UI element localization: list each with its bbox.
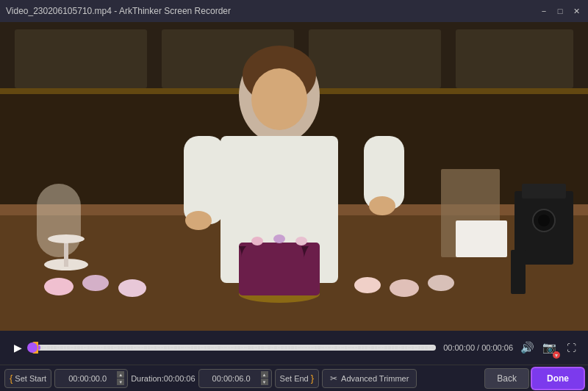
end-time-down[interactable]: ▼ (261, 379, 268, 385)
back-button[interactable]: Back (484, 368, 529, 389)
right-controls: 🔊 📷 ▼ ⛶ (517, 338, 581, 357)
end-time-input-group[interactable]: ▲ ▼ (198, 369, 272, 388)
svg-rect-2 (15, 29, 147, 88)
fullscreen-button[interactable]: ⛶ (562, 338, 581, 357)
svg-rect-5 (456, 29, 573, 88)
screenshot-button[interactable]: 📷 ▼ (539, 338, 559, 357)
duration-label: Duration:00:00:06 (131, 374, 195, 383)
done-button[interactable]: Done (532, 368, 584, 389)
svg-point-23 (185, 211, 212, 230)
title-bar: Video_230206105710.mp4 - ArkThinker Scre… (0, 0, 588, 22)
advanced-trimmer-label: Advanced Trimmer (341, 374, 409, 383)
svg-rect-16 (511, 250, 526, 294)
svg-point-32 (118, 279, 146, 297)
set-end-label: Set End (280, 374, 309, 383)
svg-rect-13 (522, 184, 566, 198)
svg-point-28 (273, 234, 285, 243)
close-button[interactable]: ✕ (570, 5, 582, 17)
start-time-input[interactable] (58, 374, 117, 383)
progress-bar[interactable] (32, 345, 436, 351)
set-start-label: Set Start (15, 374, 46, 383)
start-time-input-group[interactable]: ▲ ▼ (54, 369, 128, 388)
maximize-button[interactable]: □ (554, 5, 566, 17)
end-time-input[interactable] (202, 374, 261, 383)
svg-rect-11 (37, 184, 81, 257)
time-display: 00:00:00 / 00:00:06 (443, 343, 513, 352)
svg-point-19 (251, 68, 307, 130)
set-end-button[interactable]: Set End } (275, 369, 319, 388)
window-controls: − □ ✕ (538, 5, 582, 17)
svg-rect-4 (309, 29, 441, 88)
svg-point-29 (295, 237, 307, 245)
svg-rect-36 (456, 220, 507, 257)
start-time-up[interactable]: ▲ (117, 371, 124, 378)
advanced-trimmer-button[interactable]: ✂ Advanced Trimmer (322, 369, 417, 388)
svg-point-35 (428, 275, 454, 291)
svg-point-34 (390, 279, 419, 297)
svg-point-27 (251, 237, 263, 245)
svg-point-31 (82, 275, 109, 291)
set-end-bracket: } (311, 373, 314, 384)
volume-icon: 🔊 (520, 341, 534, 354)
progress-track (32, 345, 436, 351)
volume-button[interactable]: 🔊 (517, 338, 537, 357)
svg-rect-21 (184, 136, 224, 224)
set-start-bracket: { (10, 373, 12, 384)
svg-point-24 (369, 196, 395, 215)
svg-point-39 (48, 234, 85, 243)
set-start-button[interactable]: { Set Start (4, 369, 51, 388)
svg-point-30 (44, 278, 74, 295)
playhead-handle[interactable] (27, 342, 37, 353)
svg-rect-26 (239, 243, 320, 295)
scissors-icon: ✂ (330, 373, 337, 384)
end-time-spinners: ▲ ▼ (261, 371, 268, 385)
svg-point-33 (354, 277, 381, 293)
play-icon: ▶ (14, 342, 22, 354)
end-time-up[interactable]: ▲ (261, 371, 268, 378)
start-time-spinners: ▲ ▼ (117, 371, 124, 385)
video-preview-area (0, 22, 588, 331)
window-title: Video_230206105710.mp4 - ArkThinker Scre… (6, 6, 231, 16)
minimize-button[interactable]: − (538, 5, 550, 17)
play-button[interactable]: ▶ (7, 337, 28, 358)
fullscreen-icon: ⛶ (567, 342, 576, 354)
svg-point-15 (538, 215, 550, 226)
bottom-toolbar: { Set Start ▲ ▼ Duration:00:00:06 ▲ ▼ Se… (0, 365, 588, 391)
video-scene-svg (0, 22, 588, 331)
start-time-down[interactable]: ▼ (117, 379, 124, 385)
screenshot-dropdown-indicator: ▼ (553, 351, 560, 359)
playback-controls-bar: ▶ 00:00:00 / 00:00:06 🔊 📷 ▼ ⛶ (0, 331, 588, 365)
